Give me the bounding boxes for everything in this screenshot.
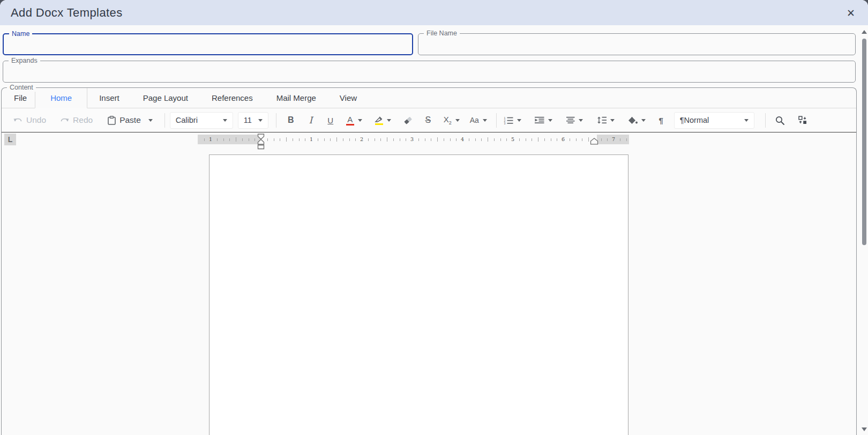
- font-family-dropdown-icon: [223, 119, 227, 122]
- ruler-number: 7: [612, 136, 615, 142]
- scrollbar-thumb[interactable]: [862, 39, 866, 245]
- ruler-tick: [469, 138, 469, 141]
- paste-dropdown-icon[interactable]: [148, 119, 153, 122]
- ruler-tick: [380, 138, 381, 141]
- ruler-number: 1: [310, 136, 313, 142]
- style-dropdown[interactable]: ¶Normal: [674, 112, 754, 129]
- undo-button[interactable]: Undo: [13, 112, 46, 128]
- highlight-button[interactable]: [370, 112, 396, 128]
- paste-button[interactable]: Paste: [108, 112, 153, 128]
- line-spacing-button[interactable]: [593, 112, 619, 128]
- ruler-number: 2: [360, 136, 363, 142]
- ruler-tick: [223, 138, 224, 141]
- ruler-tick: [475, 138, 476, 141]
- indent-button[interactable]: [531, 112, 557, 128]
- change-case-dropdown-icon[interactable]: [483, 119, 487, 122]
- tab-references[interactable]: References: [200, 88, 265, 108]
- ruler-tick: [280, 138, 280, 141]
- ruler-number: 3: [410, 136, 414, 142]
- align-icon: [566, 116, 575, 124]
- expands-input[interactable]: [3, 61, 855, 82]
- ruler-tick: [588, 137, 589, 142]
- font-family-dropdown[interactable]: Calibri: [170, 112, 233, 129]
- numbered-list-dropdown-icon[interactable]: [517, 119, 521, 122]
- shading-dropdown-icon[interactable]: [641, 119, 646, 122]
- indent-dropdown-icon[interactable]: [548, 119, 552, 122]
- ruler-tick: [544, 138, 545, 141]
- ruler-tick: [406, 138, 406, 141]
- paste-label: Paste: [119, 115, 141, 125]
- ruler-tick: [456, 138, 457, 141]
- tab-page-layout[interactable]: Page Layout: [131, 88, 200, 108]
- indent-marker-icon[interactable]: [257, 134, 265, 150]
- tab-home[interactable]: Home: [35, 88, 87, 108]
- ruler-tick: [375, 138, 375, 141]
- ruler-tick: [330, 138, 331, 141]
- tab-stop-selector[interactable]: L: [4, 134, 16, 145]
- ruler-tick: [274, 138, 274, 141]
- ruler-tick: [551, 138, 551, 141]
- align-dropdown-icon[interactable]: [579, 119, 583, 122]
- restrict-editing-button[interactable]: [794, 112, 812, 128]
- ruler-tick: [204, 138, 205, 141]
- name-input[interactable]: [4, 34, 412, 54]
- ruler-tick: [500, 138, 501, 141]
- change-case-button[interactable]: Aa: [466, 112, 491, 128]
- strikethrough-button[interactable]: S: [419, 112, 437, 128]
- subscript-dropdown-icon[interactable]: [455, 119, 460, 122]
- ruler-tick: [286, 137, 287, 142]
- dialog-scrollbar[interactable]: [860, 25, 868, 435]
- ruler-number: 5: [511, 136, 514, 142]
- ruler-tick: [343, 138, 343, 141]
- ruler-tick: [557, 138, 557, 141]
- close-icon[interactable]: ✕: [847, 8, 855, 18]
- shading-button[interactable]: [624, 112, 650, 128]
- ruler-tick: [242, 138, 243, 141]
- ruler-tick: [229, 138, 230, 141]
- tab-view[interactable]: View: [328, 88, 369, 108]
- italic-button[interactable]: I: [302, 112, 320, 128]
- scroll-up-icon[interactable]: [862, 30, 867, 34]
- clear-format-button[interactable]: [399, 112, 417, 128]
- ruler-tick: [418, 138, 419, 141]
- font-color-dropdown-icon[interactable]: [358, 119, 362, 122]
- style-dropdown-icon: [744, 119, 749, 122]
- font-size-dropdown[interactable]: 11: [238, 112, 268, 129]
- document-page[interactable]: [209, 154, 628, 435]
- document-canvas: L 11234567: [2, 132, 856, 435]
- tab-insert[interactable]: Insert: [87, 88, 131, 108]
- ruler-tick: [607, 138, 608, 141]
- expands-field-label: Expands: [9, 57, 40, 65]
- dialog-title: Add Docx Templates: [11, 6, 123, 20]
- subscript-button[interactable]: X2: [439, 112, 465, 128]
- redo-button[interactable]: Redo: [60, 112, 93, 128]
- restrict-editing-icon: [798, 116, 807, 124]
- bold-button[interactable]: B: [282, 112, 300, 128]
- align-button[interactable]: [562, 112, 588, 128]
- redo-icon: [60, 117, 69, 124]
- ruler-tick: [519, 138, 520, 141]
- find-button[interactable]: [771, 112, 789, 128]
- file-name-input[interactable]: [418, 34, 855, 55]
- ruler-tick: [526, 138, 526, 141]
- undo-label: Undo: [26, 115, 46, 125]
- ruler-tick: [450, 138, 451, 141]
- name-field: Name: [3, 33, 413, 55]
- font-color-icon: A: [346, 115, 354, 126]
- font-color-button[interactable]: A: [341, 112, 367, 128]
- ruler-tick: [349, 138, 350, 141]
- name-field-label: Name: [9, 30, 32, 38]
- underline-button[interactable]: U: [321, 112, 340, 128]
- font-size-value: 11: [244, 116, 252, 124]
- ruler-tick: [582, 138, 582, 141]
- tab-mail-merge[interactable]: Mail Merge: [265, 88, 328, 108]
- right-indent-marker-icon[interactable]: [590, 138, 598, 145]
- ruler-tick: [293, 138, 293, 141]
- line-spacing-dropdown-icon[interactable]: [610, 119, 615, 122]
- ruler-number: 4: [461, 136, 464, 142]
- scroll-down-icon[interactable]: [862, 427, 867, 431]
- paragraph-mark-button[interactable]: ¶: [653, 112, 669, 128]
- highlight-dropdown-icon[interactable]: [387, 119, 391, 122]
- numbered-list-button[interactable]: 123: [500, 112, 526, 128]
- ruler-number: 1: [209, 136, 212, 142]
